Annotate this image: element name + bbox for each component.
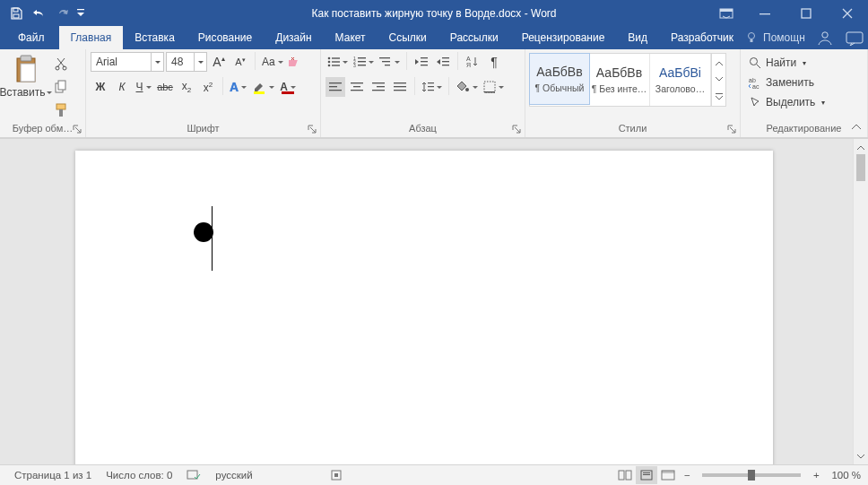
italic-button[interactable]: К [112,77,132,97]
align-center-icon[interactable] [347,77,367,97]
tab-mailings[interactable]: Рассылки [438,26,510,49]
svg-rect-30 [358,57,366,58]
shrink-font-icon[interactable]: A▾ [230,52,250,72]
format-painter-icon[interactable] [51,100,71,120]
status-word-count[interactable]: Число слов: 0 [99,470,179,481]
tab-layout[interactable]: Макет [324,26,378,49]
sort-icon[interactable]: AЯ [463,52,482,72]
dialog-launcher-icon[interactable] [511,124,522,134]
group-paragraph: 123 AЯ ¶ Абзац [321,49,525,137]
tab-design[interactable]: Дизайн [264,26,323,49]
copy-icon[interactable] [51,77,71,97]
show-marks-icon[interactable]: ¶ [484,52,504,72]
align-left-icon[interactable] [326,77,345,97]
minimize-icon[interactable] [744,0,786,26]
scroll-thumb[interactable] [856,154,865,181]
replace-button[interactable]: abac Заменить [745,73,818,92]
font-size-combo[interactable]: 48 [166,52,207,72]
svg-rect-8 [751,39,753,42]
tab-view[interactable]: Вид [616,26,659,49]
dialog-launcher-icon[interactable] [72,124,82,134]
tab-developer[interactable]: Разработчик [659,26,745,49]
highlight-button[interactable] [250,77,276,97]
increase-indent-icon[interactable] [433,52,453,72]
svg-rect-58 [428,82,434,83]
replace-icon: abac [749,76,761,89]
font-name-combo[interactable]: Arial [91,52,164,72]
share-icon[interactable] [845,30,864,46]
account-icon[interactable] [816,30,834,46]
collapse-ribbon-icon[interactable] [848,121,864,135]
justify-icon[interactable] [390,77,410,97]
numbering-button[interactable]: 123 [352,52,376,72]
close-icon[interactable] [827,0,868,26]
text-effects-button[interactable]: A [228,77,248,97]
style-normal[interactable]: АаБбВв ¶ Обычный [529,53,590,105]
svg-rect-5 [760,13,770,14]
redo-icon[interactable] [52,3,74,24]
status-spellcheck-icon[interactable] [179,469,208,481]
undo-icon[interactable] [29,3,50,24]
status-page[interactable]: Страница 1 из 1 [7,470,99,481]
multilevel-list-button[interactable] [378,52,402,72]
superscript-button[interactable]: x2 [198,77,218,97]
change-case-button[interactable]: Aa [260,52,285,72]
shading-button[interactable] [454,77,480,97]
page[interactable] [75,151,773,464]
tab-file[interactable]: Файл [4,26,59,49]
tab-home[interactable]: Главная [59,26,124,49]
select-button[interactable]: Выделить▾ [745,92,829,112]
dialog-launcher-icon[interactable] [726,124,737,134]
dialog-launcher-icon[interactable] [307,124,317,134]
view-web-layout-icon[interactable] [657,466,679,484]
style-heading1[interactable]: АаБбВі Заголово… [650,54,711,106]
clear-formatting-icon[interactable] [287,52,307,72]
save-icon[interactable] [5,3,27,24]
paste-button[interactable]: Вставить [4,52,48,99]
ribbon-display-options-icon[interactable] [708,0,744,26]
tell-me-search[interactable]: Помощн [745,31,805,44]
bold-button[interactable]: Ж [91,77,110,97]
tab-review[interactable]: Рецензирование [510,26,617,49]
styles-gallery[interactable]: АаБбВв ¶ Обычный АаБбВв ¶ Без инте… АаБб… [529,53,726,107]
svg-rect-4 [720,9,733,12]
zoom-slider[interactable] [702,473,801,477]
grow-font-icon[interactable]: A▴ [209,52,229,72]
styles-gallery-expand[interactable] [711,54,725,106]
svg-rect-18 [56,104,65,109]
find-button[interactable]: Найти▾ [745,53,810,73]
svg-rect-63 [484,91,495,93]
style-no-spacing[interactable]: АаБбВв ¶ Без инте… [589,54,650,106]
line-spacing-button[interactable] [420,77,444,97]
maximize-icon[interactable] [786,0,827,26]
view-read-mode-icon[interactable] [614,466,636,484]
borders-button[interactable] [482,77,506,97]
tab-insert[interactable]: Вставка [123,26,187,49]
svg-rect-6 [802,9,811,18]
decrease-indent-icon[interactable] [412,52,431,72]
zoom-out-button[interactable]: − [679,470,695,481]
strikethrough-button[interactable]: abc [155,77,175,97]
zoom-in-button[interactable]: + [808,470,824,481]
qat-customize-icon[interactable] [75,3,86,24]
view-print-layout-icon[interactable] [636,466,657,484]
scroll-up-icon[interactable] [854,139,868,154]
scroll-down-icon[interactable] [854,449,868,464]
tab-references[interactable]: Ссылки [378,26,438,49]
vertical-scrollbar[interactable] [853,139,868,464]
status-language[interactable]: русский [208,470,259,481]
underline-button[interactable]: Ч [134,77,153,97]
align-right-icon[interactable] [369,77,388,97]
zoom-level[interactable]: 100 % [824,470,861,481]
tab-draw[interactable]: Рисование [187,26,264,49]
svg-rect-22 [282,91,294,94]
cut-icon[interactable] [51,54,71,74]
font-color-button[interactable]: A [278,77,298,97]
svg-rect-48 [329,90,342,91]
svg-text:A: A [466,56,471,62]
subscript-button[interactable]: x2 [177,77,196,97]
status-macro-icon[interactable] [323,469,350,481]
bullets-button[interactable] [326,52,350,72]
svg-rect-20 [289,60,298,66]
ribbon-tabs: Файл Главная Вставка Рисование Дизайн Ма… [0,26,868,49]
